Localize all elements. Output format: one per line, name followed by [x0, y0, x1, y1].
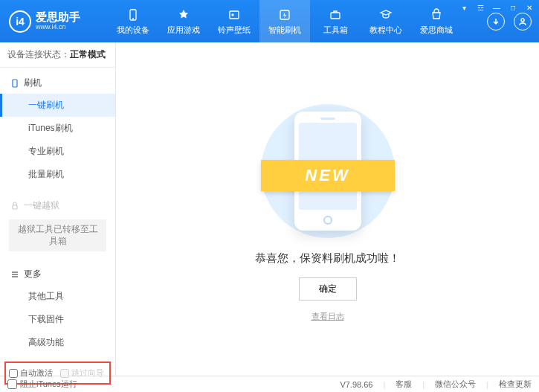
main-content: NEW 恭喜您，保资料刷机成功啦！ 确定 查看日志 [116, 42, 539, 376]
window-skin-icon[interactable]: ☲ [475, 2, 485, 13]
nav-smart-flash[interactable]: 智能刷机 [259, 0, 310, 42]
checkbox-input [60, 369, 69, 378]
nav-label: 应用游戏 [167, 25, 200, 36]
app-title: 爱思助手 [36, 11, 80, 24]
checkbox-input[interactable] [9, 369, 18, 378]
nav-label: 工具箱 [323, 25, 348, 36]
sidebar-head-more[interactable]: 更多 [0, 263, 115, 285]
flash-icon [277, 7, 292, 22]
nav-label: 智能刷机 [268, 25, 301, 36]
sidebar-head-label: 刷机 [24, 77, 42, 89]
checkbox-block-itunes[interactable]: 阻止iTunes运行 [7, 379, 77, 390]
sidebar-item-oneclick-flash[interactable]: 一键刷机 [0, 94, 115, 117]
window-close-icon[interactable]: ✕ [524, 2, 535, 13]
check-update-link[interactable]: 检查更新 [499, 379, 532, 390]
nav-label: 教程中心 [369, 25, 402, 36]
download-button[interactable] [487, 13, 505, 30]
nav-store[interactable]: 爱思商城 [411, 0, 462, 42]
nav-ringtones-wallpapers[interactable]: 铃声壁纸 [209, 0, 259, 42]
sidebar-head-label: 更多 [24, 268, 42, 280]
sidebar-head-jailbreak: 一键越狱 [0, 195, 115, 216]
support-link[interactable]: 客服 [396, 379, 412, 390]
store-icon [429, 7, 444, 22]
sidebar-head-flash[interactable]: 刷机 [0, 72, 115, 94]
window-controls: ▾ ☲ — □ ✕ [459, 2, 535, 13]
sidebar-item-pro-flash[interactable]: 专业刷机 [0, 140, 115, 163]
sidebar-item-batch-flash[interactable]: 批量刷机 [0, 163, 115, 186]
checkbox-input[interactable] [7, 379, 17, 389]
nav-toolbox[interactable]: 工具箱 [310, 0, 361, 42]
phone-icon [10, 79, 19, 88]
lock-icon [10, 202, 19, 211]
connection-status: 设备连接状态：正常模式 [0, 42, 115, 68]
view-log-link[interactable]: 查看日志 [312, 311, 344, 322]
window-maximize-icon[interactable]: □ [508, 2, 518, 13]
nav-label: 铃声壁纸 [218, 25, 251, 36]
checkbox-auto-activate[interactable]: 自动激活 [9, 367, 53, 379]
nav-label: 我的设备 [117, 25, 149, 36]
svg-point-6 [521, 19, 524, 22]
svg-point-3 [232, 14, 233, 16]
sidebar-item-other-tools[interactable]: 其他工具 [0, 285, 115, 308]
top-nav: 我的设备 应用游戏 铃声壁纸 智能刷机 工具箱 教程中心 爱思商城 [108, 0, 480, 42]
checkbox-skip-guide[interactable]: 跳过向导 [60, 367, 104, 379]
status-value: 正常模式 [70, 49, 106, 60]
media-icon [227, 7, 242, 22]
svg-rect-8 [13, 205, 17, 209]
status-label: 设备连接状态： [7, 49, 70, 60]
tutorial-icon [378, 7, 393, 22]
checkbox-label: 跳过向导 [71, 367, 104, 379]
app-subtitle: www.i4.cn [36, 24, 80, 31]
nav-apps-games[interactable]: 应用游戏 [158, 0, 209, 42]
sidebar-item-download-firmware[interactable]: 下载固件 [0, 308, 115, 331]
nav-my-device[interactable]: 我的设备 [108, 0, 158, 42]
sidebar-item-itunes-flash[interactable]: iTunes刷机 [0, 117, 115, 140]
logo-icon: i4 [9, 10, 31, 33]
device-icon [126, 7, 141, 22]
svg-rect-2 [230, 11, 239, 19]
apps-icon [176, 7, 191, 22]
ok-button[interactable]: 确定 [299, 277, 357, 301]
svg-rect-7 [13, 80, 17, 87]
menu-icon [10, 270, 19, 279]
checkbox-label: 自动激活 [20, 367, 53, 379]
sidebar-item-advanced[interactable]: 高级功能 [0, 331, 115, 354]
toolbox-icon [328, 7, 343, 22]
nav-label: 爱思商城 [420, 25, 453, 36]
wechat-link[interactable]: 微信公众号 [435, 379, 476, 390]
titlebar-right [480, 13, 539, 30]
version-label: V7.98.66 [340, 380, 372, 389]
new-ribbon: NEW [261, 160, 395, 191]
sidebar-head-label: 一键越狱 [24, 199, 59, 212]
checkbox-label: 阻止iTunes运行 [20, 379, 77, 390]
app-logo: i4 爱思助手 www.i4.cn [0, 10, 108, 33]
success-message: 恭喜您，保资料刷机成功啦！ [255, 251, 400, 266]
user-button[interactable] [514, 13, 532, 30]
success-illustration: NEW [254, 104, 402, 238]
titlebar: ▾ ☲ — □ ✕ i4 爱思助手 www.i4.cn 我的设备 应用游戏 铃声… [0, 0, 539, 42]
svg-rect-5 [331, 13, 340, 19]
nav-tutorials[interactable]: 教程中心 [361, 0, 411, 42]
sidebar: 设备连接状态：正常模式 刷机 一键刷机 iTunes刷机 专业刷机 批量刷机 一… [0, 42, 116, 376]
window-minimize-icon[interactable]: — [491, 2, 502, 13]
sidebar-jailbreak-note: 越狱工具已转移至工具箱 [9, 219, 106, 251]
window-menu-icon[interactable]: ▾ [459, 2, 469, 13]
